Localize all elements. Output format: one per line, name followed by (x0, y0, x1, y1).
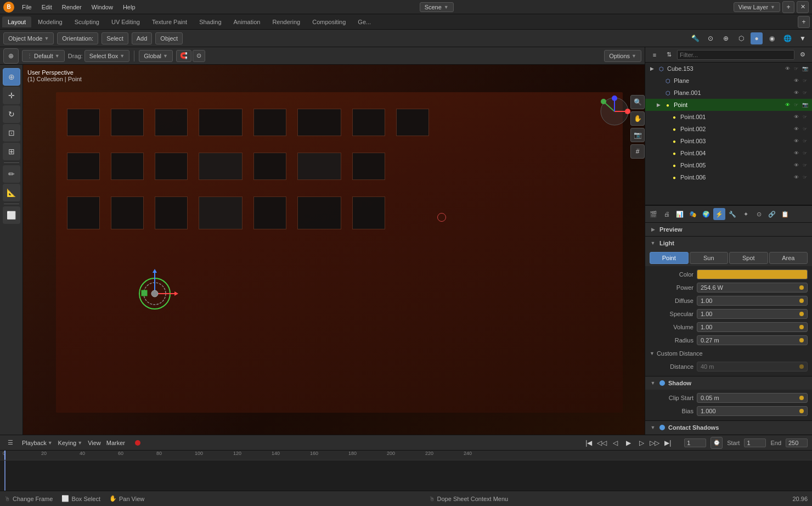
outliner-item-point006[interactable]: ● Point.006 👁 ☞ (645, 171, 812, 183)
select-btn-point006[interactable]: ☞ (801, 173, 809, 181)
outliner-item-point003[interactable]: ● Point.003 👁 ☞ (645, 135, 812, 147)
viewport-shading-icon[interactable]: 🔦 (689, 32, 701, 44)
scene-add-btn[interactable]: + (782, 1, 794, 13)
light-power-field[interactable]: 254.6 W (697, 283, 808, 293)
current-frame-input[interactable] (684, 438, 706, 447)
outliner-item-plane[interactable]: ⬡ Plane 👁 ☞ (645, 75, 812, 87)
select-menu[interactable]: Select (101, 32, 128, 44)
timeline-view-menu[interactable]: View (88, 440, 101, 446)
viewport-overlay-icon[interactable]: ⊙ (704, 32, 717, 44)
outliner-filter-btn[interactable]: ≡ (649, 49, 661, 61)
shadow-section-header[interactable]: ▼ Shadow (645, 376, 812, 390)
menu-file[interactable]: File (18, 3, 36, 12)
expand-point[interactable]: ▶ (655, 102, 662, 108)
viewport-render-wireframe[interactable]: ⬡ (735, 32, 747, 44)
outliner-settings-btn[interactable]: ⚙ (797, 49, 809, 61)
constraints-props-icon[interactable]: 🔗 (766, 208, 778, 220)
new-workspace-btn[interactable]: + (798, 16, 810, 28)
jump-end-btn[interactable]: ▶| (662, 437, 673, 448)
timeline-scrubber[interactable]: 0 20 40 60 80 100 120 140 160 180 200 22… (0, 451, 812, 491)
particle-props-icon[interactable]: ✦ (740, 208, 752, 220)
playback-menu[interactable]: Playback ▼ (22, 440, 53, 446)
transform-widget-btn[interactable]: ⊕ (3, 48, 19, 64)
custom-distance-collapse[interactable]: ▼ (650, 351, 655, 356)
visibility-btn-point005[interactable]: 👁 (792, 161, 800, 169)
grid-icon-btn[interactable]: # (630, 144, 645, 159)
scene-props-icon[interactable]: 🎭 (687, 208, 699, 220)
play-btn[interactable]: ▶ (623, 437, 634, 448)
tab-rendering[interactable]: Rendering (267, 16, 306, 27)
move-tool-btn[interactable]: ✛ (3, 87, 20, 104)
outliner-sort-btn[interactable]: ⇅ (663, 49, 675, 61)
viewport-gizmo-icon[interactable]: ⊕ (720, 32, 732, 44)
light-diffuse-field[interactable]: 1.00 (697, 296, 808, 306)
light-section-header[interactable]: ▼ Light (645, 237, 812, 250)
object-data-props-icon[interactable]: 📋 (779, 208, 791, 220)
tab-uv-editing[interactable]: UV Editing (106, 16, 145, 27)
prev-keyframe-btn[interactable]: ◁◁ (596, 437, 607, 448)
contact-shadows-section-header[interactable]: ▼ Contact Shadows (645, 421, 812, 434)
select-btn-plane[interactable]: ☞ (801, 77, 809, 85)
outliner-item-point005[interactable]: ● Point.005 👁 ☞ (645, 159, 812, 171)
light-color-field[interactable] (697, 269, 808, 279)
menu-window[interactable]: Window (87, 3, 117, 12)
menu-render[interactable]: Render (58, 3, 86, 12)
render-props-icon[interactable]: 🎬 (647, 208, 659, 220)
scene-settings-btn[interactable]: ✕ (797, 1, 809, 13)
light-radius-field[interactable]: 0.27 m (697, 335, 808, 345)
visibility-btn-point[interactable]: 👁 (783, 101, 791, 109)
drag-selector[interactable]: Select Box ▼ (84, 50, 130, 62)
view-menu[interactable]: Orientation: (57, 32, 98, 44)
select-btn-cube153[interactable]: ☞ (792, 65, 800, 72)
pan-icon-btn[interactable]: ✋ (630, 111, 645, 126)
add-menu[interactable]: Add (132, 32, 153, 44)
transform-selector[interactable]: Global ▼ (139, 50, 173, 62)
preview-section-header[interactable]: ▶ Preview (645, 223, 812, 236)
light-type-sun[interactable]: Sun (690, 252, 729, 264)
light-specular-field[interactable]: 1.00 (697, 309, 808, 319)
options-btn[interactable]: Options ▼ (604, 50, 641, 62)
select-btn-plane001[interactable]: ☞ (801, 89, 809, 97)
proportional-btn[interactable]: ⊙ (193, 50, 205, 62)
select-btn-point002[interactable]: ☞ (801, 125, 809, 133)
output-props-icon[interactable]: 🖨 (661, 208, 673, 220)
scale-tool-btn[interactable]: ⊡ (3, 124, 20, 142)
select-btn-point[interactable]: ☞ (792, 101, 800, 109)
timeline-marker-menu[interactable]: Marker (106, 440, 125, 446)
timeline-track[interactable] (0, 460, 812, 491)
transform-gizmo[interactable] (127, 266, 182, 322)
mode-selector[interactable]: Object Mode ▼ (3, 32, 54, 44)
viewport-render-settings[interactable]: ▼ (797, 32, 809, 44)
object-menu[interactable]: Object (155, 32, 183, 44)
select-btn-point005[interactable]: ☞ (801, 161, 809, 169)
world-props-icon[interactable]: 🌍 (700, 208, 712, 220)
physics-props-icon[interactable]: ⊙ (753, 208, 765, 220)
light-type-spot[interactable]: Spot (729, 252, 768, 264)
annotate-tool-btn[interactable]: ✏ (3, 165, 20, 183)
object-props-icon[interactable]: ⚡ (713, 208, 725, 220)
snap-btn[interactable]: 🧲 (176, 50, 191, 62)
outliner-item-point004[interactable]: ● Point.004 👁 ☞ (645, 147, 812, 159)
select-btn-point004[interactable]: ☞ (801, 149, 809, 157)
light-volume-field[interactable]: 1.00 (697, 322, 808, 332)
tab-shading[interactable]: Shading (194, 16, 227, 27)
view-props-icon[interactable]: 📊 (674, 208, 686, 220)
visibility-btn-cube153[interactable]: 👁 (783, 65, 791, 72)
outliner-search[interactable] (677, 50, 794, 60)
outliner-item-cube153[interactable]: ▶ ⬡ Cube.153 👁 ☞ 📷 (645, 63, 812, 75)
menu-help[interactable]: Help (119, 3, 140, 12)
visibility-btn-point002[interactable]: 👁 (792, 125, 800, 133)
render-btn-cube153[interactable]: 📷 (801, 65, 809, 72)
light-type-point[interactable]: Point (650, 252, 689, 264)
jump-start-btn[interactable]: |◀ (583, 437, 594, 448)
visibility-btn-point004[interactable]: 👁 (792, 149, 800, 157)
tab-modeling[interactable]: Modeling (32, 16, 68, 27)
keying-menu[interactable]: Keying ▼ (58, 440, 83, 446)
light-type-area[interactable]: Area (769, 252, 808, 264)
viewport-render-solid[interactable]: ● (751, 32, 763, 44)
rotate-tool-btn[interactable]: ↻ (3, 105, 20, 123)
transform-tool-btn[interactable]: ⊞ (3, 143, 20, 160)
tab-texture-paint[interactable]: Texture Paint (146, 16, 193, 27)
axis-widget[interactable]: X Y Z (598, 95, 631, 129)
next-frame-btn[interactable]: ▷ (636, 437, 647, 448)
